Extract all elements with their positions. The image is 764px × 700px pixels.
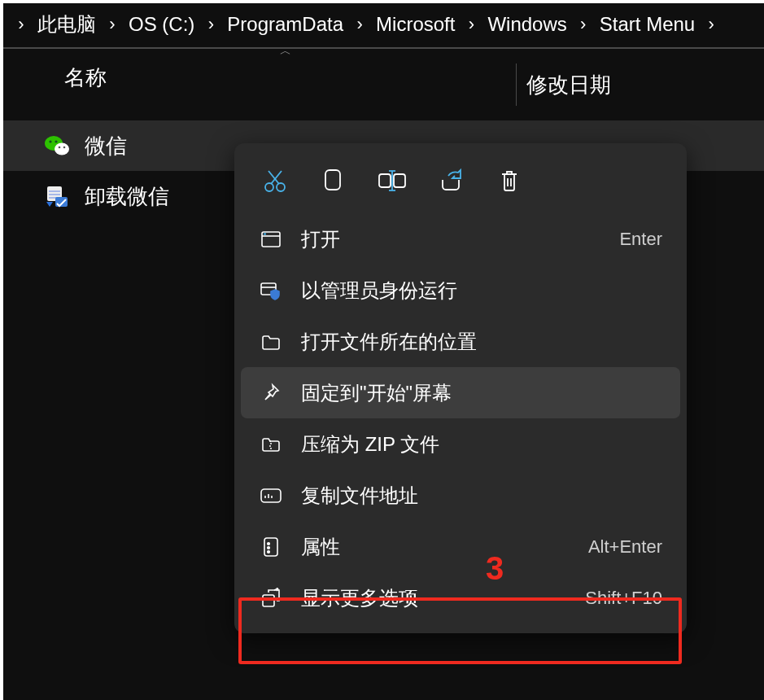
breadcrumb-item[interactable]: Microsoft [369, 13, 461, 36]
chevron-right-icon[interactable]: › [574, 14, 593, 35]
annotation-number: 3 [486, 550, 504, 587]
menu-label: 显示更多选项 [301, 585, 585, 611]
file-label: 微信 [85, 132, 127, 160]
svg-point-3 [55, 140, 57, 142]
chevron-right-icon[interactable]: › [103, 14, 122, 35]
svg-rect-7 [49, 190, 60, 192]
menu-label: 压缩为 ZIP 文件 [301, 431, 662, 457]
sort-indicator-icon: ︿ [280, 44, 291, 59]
chevron-right-icon[interactable]: › [11, 14, 31, 35]
menu-item-properties[interactable]: 属性 Alt+Enter [241, 521, 680, 572]
file-label: 卸载微信 [85, 182, 169, 211]
svg-point-13 [277, 183, 285, 191]
menu-shortcut: Alt+Enter [588, 536, 662, 558]
menu-label: 打开 [301, 226, 619, 252]
rename-button[interactable] [374, 163, 410, 199]
uninstall-icon [44, 183, 70, 209]
svg-point-2 [49, 140, 51, 142]
cut-button[interactable] [257, 163, 293, 199]
svg-rect-18 [394, 174, 405, 187]
breadcrumb-item[interactable]: Windows [481, 13, 573, 36]
column-header-name[interactable]: 名称 [3, 63, 516, 106]
open-icon [259, 227, 283, 252]
svg-point-39 [268, 546, 270, 549]
menu-shortcut: Shift+F10 [585, 588, 662, 609]
menu-item-copy-path[interactable]: 复制文件地址 [241, 470, 680, 521]
svg-line-15 [268, 171, 279, 184]
breadcrumb: › 此电脑 › OS (C:) › ProgramData › Microsof… [3, 3, 764, 49]
svg-line-14 [271, 171, 282, 184]
zip-icon [259, 432, 283, 457]
svg-point-12 [265, 183, 273, 191]
breadcrumb-item[interactable]: ProgramData [220, 13, 350, 36]
folder-icon [259, 330, 283, 354]
copy-button[interactable] [316, 163, 351, 199]
svg-point-4 [59, 147, 61, 149]
svg-rect-10 [55, 197, 68, 207]
svg-marker-11 [46, 202, 53, 207]
menu-shortcut: Enter [619, 229, 662, 250]
svg-point-1 [55, 143, 69, 155]
svg-point-38 [268, 542, 270, 545]
chevron-right-icon[interactable]: › [350, 14, 369, 35]
svg-rect-8 [49, 194, 60, 195]
delete-button[interactable] [491, 163, 527, 199]
menu-item-zip[interactable]: 压缩为 ZIP 文件 [241, 418, 680, 470]
breadcrumb-item[interactable]: 此电脑 [31, 11, 103, 37]
menu-label: 打开文件所在的位置 [301, 329, 662, 355]
menu-item-more-options[interactable]: 显示更多选项 Shift+F10 [241, 572, 680, 623]
wechat-icon [44, 133, 70, 159]
admin-icon [259, 278, 283, 303]
quick-actions-bar [241, 153, 680, 213]
breadcrumb-item[interactable]: Start Menu [593, 13, 701, 36]
chevron-right-icon[interactable]: › [701, 14, 721, 35]
chevron-right-icon[interactable]: › [461, 14, 481, 35]
menu-item-admin[interactable]: 以管理员身份运行 [241, 265, 680, 316]
more-icon [259, 586, 283, 610]
svg-point-5 [63, 147, 66, 149]
svg-rect-26 [264, 233, 266, 234]
menu-label: 固定到"开始"屏幕 [301, 380, 662, 406]
menu-item-open[interactable]: 打开 Enter [241, 213, 680, 265]
context-menu: 打开 Enter 以管理员身份运行 打开文件所在的位置 [234, 143, 687, 633]
pin-icon [259, 381, 283, 405]
column-headers: ︿ 名称 修改日期 [3, 49, 764, 106]
chevron-right-icon[interactable]: › [201, 14, 220, 35]
svg-rect-41 [263, 595, 274, 606]
breadcrumb-item[interactable]: OS (C:) [122, 13, 201, 36]
menu-label: 复制文件地址 [301, 483, 662, 509]
svg-rect-37 [264, 538, 277, 556]
column-header-date[interactable]: 修改日期 [516, 63, 611, 106]
svg-rect-16 [325, 170, 340, 190]
menu-label: 属性 [301, 534, 588, 560]
copypath-icon [259, 483, 283, 508]
svg-rect-33 [261, 489, 281, 502]
svg-point-40 [268, 550, 270, 553]
menu-label: 以管理员身份运行 [301, 278, 662, 304]
menu-item-pin-start[interactable]: 固定到"开始"屏幕 [241, 367, 680, 418]
menu-item-open-location[interactable]: 打开文件所在的位置 [241, 316, 680, 367]
properties-icon [259, 535, 283, 559]
svg-rect-17 [379, 174, 391, 187]
share-button[interactable] [433, 163, 469, 199]
